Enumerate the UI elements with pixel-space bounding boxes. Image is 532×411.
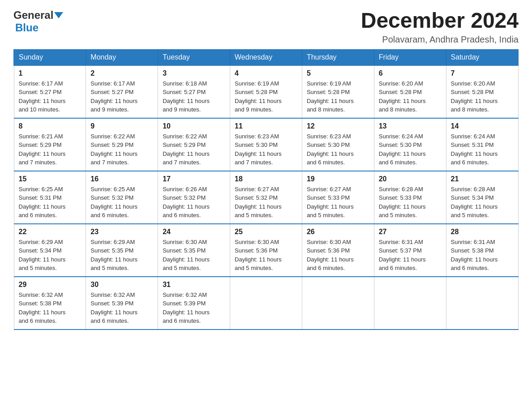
- calendar-day-cell: 10Sunrise: 6:22 AMSunset: 5:29 PMDayligh…: [158, 118, 230, 171]
- calendar-header-row: SundayMondayTuesdayWednesdayThursdayFrid…: [14, 49, 518, 65]
- day-info: Sunrise: 6:29 AMSunset: 5:34 PMDaylight:…: [19, 238, 82, 273]
- logo-general-text: General: [13, 9, 53, 21]
- day-number: 26: [307, 228, 369, 236]
- weekday-header-saturday: Saturday: [446, 49, 518, 65]
- calendar-week-row: 22Sunrise: 6:29 AMSunset: 5:34 PMDayligh…: [14, 224, 518, 277]
- calendar-day-cell: 18Sunrise: 6:27 AMSunset: 5:32 PMDayligh…: [230, 171, 302, 224]
- day-info: Sunrise: 6:25 AMSunset: 5:32 PMDaylight:…: [90, 185, 153, 220]
- day-number: 14: [451, 122, 514, 130]
- day-info: Sunrise: 6:29 AMSunset: 5:35 PMDaylight:…: [90, 238, 153, 273]
- day-info: Sunrise: 6:17 AMSunset: 5:27 PMDaylight:…: [19, 79, 82, 114]
- page-header: General Blue December 2024 Polavaram, An…: [13, 9, 519, 45]
- calendar-day-cell: 4Sunrise: 6:19 AMSunset: 5:28 PMDaylight…: [230, 65, 302, 118]
- day-number: 8: [19, 122, 82, 130]
- logo-blue-text: Blue: [15, 21, 39, 34]
- calendar-day-cell: 22Sunrise: 6:29 AMSunset: 5:34 PMDayligh…: [14, 224, 86, 277]
- calendar-day-cell: 13Sunrise: 6:24 AMSunset: 5:30 PMDayligh…: [374, 118, 446, 171]
- logo: General Blue: [13, 9, 64, 34]
- logo-triangle-icon: [54, 12, 63, 18]
- calendar-day-cell: 9Sunrise: 6:22 AMSunset: 5:29 PMDaylight…: [86, 118, 158, 171]
- calendar-day-cell: 28Sunrise: 6:31 AMSunset: 5:38 PMDayligh…: [446, 224, 518, 277]
- weekday-header-tuesday: Tuesday: [158, 49, 230, 65]
- calendar-day-cell: 14Sunrise: 6:24 AMSunset: 5:31 PMDayligh…: [446, 118, 518, 171]
- day-info: Sunrise: 6:22 AMSunset: 5:29 PMDaylight:…: [163, 132, 225, 167]
- weekday-header-thursday: Thursday: [302, 49, 374, 65]
- day-number: 23: [90, 228, 153, 236]
- calendar-day-cell: 19Sunrise: 6:27 AMSunset: 5:33 PMDayligh…: [302, 171, 374, 224]
- day-info: Sunrise: 6:22 AMSunset: 5:29 PMDaylight:…: [90, 132, 153, 167]
- day-number: 28: [451, 228, 514, 236]
- calendar-day-cell: 16Sunrise: 6:25 AMSunset: 5:32 PMDayligh…: [86, 171, 158, 224]
- day-number: 19: [307, 175, 369, 183]
- day-number: 13: [379, 122, 442, 130]
- calendar-day-cell: 8Sunrise: 6:21 AMSunset: 5:29 PMDaylight…: [14, 118, 86, 171]
- day-info: Sunrise: 6:28 AMSunset: 5:33 PMDaylight:…: [379, 185, 442, 220]
- calendar-day-cell: 25Sunrise: 6:30 AMSunset: 5:36 PMDayligh…: [230, 224, 302, 277]
- day-number: 20: [379, 175, 442, 183]
- day-info: Sunrise: 6:17 AMSunset: 5:27 PMDaylight:…: [90, 79, 153, 114]
- day-number: 1: [19, 69, 82, 77]
- day-info: Sunrise: 6:24 AMSunset: 5:31 PMDaylight:…: [451, 132, 514, 167]
- day-info: Sunrise: 6:25 AMSunset: 5:31 PMDaylight:…: [19, 185, 82, 220]
- day-info: Sunrise: 6:19 AMSunset: 5:28 PMDaylight:…: [235, 79, 297, 114]
- day-info: Sunrise: 6:19 AMSunset: 5:28 PMDaylight:…: [307, 79, 369, 114]
- day-number: 10: [163, 122, 225, 130]
- calendar-day-cell: 2Sunrise: 6:17 AMSunset: 5:27 PMDaylight…: [86, 65, 158, 118]
- day-number: 27: [379, 228, 442, 236]
- day-number: 16: [90, 175, 153, 183]
- day-number: 17: [163, 175, 225, 183]
- day-number: 18: [235, 175, 297, 183]
- day-number: 24: [163, 228, 225, 236]
- calendar-day-cell: 6Sunrise: 6:20 AMSunset: 5:28 PMDaylight…: [374, 65, 446, 118]
- day-info: Sunrise: 6:24 AMSunset: 5:30 PMDaylight:…: [379, 132, 442, 167]
- calendar-day-cell: 24Sunrise: 6:30 AMSunset: 5:35 PMDayligh…: [158, 224, 230, 277]
- weekday-header-wednesday: Wednesday: [230, 49, 302, 65]
- calendar-day-cell: 31Sunrise: 6:32 AMSunset: 5:39 PMDayligh…: [158, 277, 230, 330]
- calendar-day-cell: 15Sunrise: 6:25 AMSunset: 5:31 PMDayligh…: [14, 171, 86, 224]
- month-title: December 2024: [361, 9, 519, 33]
- day-info: Sunrise: 6:26 AMSunset: 5:32 PMDaylight:…: [163, 185, 225, 220]
- day-info: Sunrise: 6:20 AMSunset: 5:28 PMDaylight:…: [379, 79, 442, 114]
- day-info: Sunrise: 6:18 AMSunset: 5:27 PMDaylight:…: [163, 79, 225, 114]
- day-info: Sunrise: 6:30 AMSunset: 5:35 PMDaylight:…: [163, 238, 225, 273]
- day-info: Sunrise: 6:23 AMSunset: 5:30 PMDaylight:…: [235, 132, 297, 167]
- day-info: Sunrise: 6:20 AMSunset: 5:28 PMDaylight:…: [451, 79, 514, 114]
- day-info: Sunrise: 6:30 AMSunset: 5:36 PMDaylight:…: [307, 238, 369, 273]
- day-info: Sunrise: 6:32 AMSunset: 5:39 PMDaylight:…: [90, 291, 153, 325]
- day-info: Sunrise: 6:30 AMSunset: 5:36 PMDaylight:…: [235, 238, 297, 273]
- weekday-header-sunday: Sunday: [14, 49, 86, 65]
- day-info: Sunrise: 6:23 AMSunset: 5:30 PMDaylight:…: [307, 132, 369, 167]
- calendar-day-cell: 29Sunrise: 6:32 AMSunset: 5:38 PMDayligh…: [14, 277, 86, 330]
- calendar-day-cell: 7Sunrise: 6:20 AMSunset: 5:28 PMDaylight…: [446, 65, 518, 118]
- day-number: 30: [90, 281, 153, 289]
- day-number: 15: [19, 175, 82, 183]
- calendar-day-cell: 23Sunrise: 6:29 AMSunset: 5:35 PMDayligh…: [86, 224, 158, 277]
- calendar-day-cell: 12Sunrise: 6:23 AMSunset: 5:30 PMDayligh…: [302, 118, 374, 171]
- calendar-day-cell: 26Sunrise: 6:30 AMSunset: 5:36 PMDayligh…: [302, 224, 374, 277]
- day-number: 31: [163, 281, 225, 289]
- day-number: 21: [451, 175, 514, 183]
- calendar-day-cell: 20Sunrise: 6:28 AMSunset: 5:33 PMDayligh…: [374, 171, 446, 224]
- calendar-day-cell: [446, 277, 518, 330]
- calendar-week-row: 8Sunrise: 6:21 AMSunset: 5:29 PMDaylight…: [14, 118, 518, 171]
- calendar-week-row: 1Sunrise: 6:17 AMSunset: 5:27 PMDaylight…: [14, 65, 518, 118]
- day-info: Sunrise: 6:27 AMSunset: 5:33 PMDaylight:…: [307, 185, 369, 220]
- calendar-day-cell: 3Sunrise: 6:18 AMSunset: 5:27 PMDaylight…: [158, 65, 230, 118]
- calendar-day-cell: 5Sunrise: 6:19 AMSunset: 5:28 PMDaylight…: [302, 65, 374, 118]
- day-number: 4: [235, 69, 297, 77]
- day-number: 7: [451, 69, 514, 77]
- day-info: Sunrise: 6:21 AMSunset: 5:29 PMDaylight:…: [19, 132, 82, 167]
- day-number: 25: [235, 228, 297, 236]
- calendar-day-cell: 17Sunrise: 6:26 AMSunset: 5:32 PMDayligh…: [158, 171, 230, 224]
- logo-row2: Blue: [13, 21, 39, 34]
- weekday-header-monday: Monday: [86, 49, 158, 65]
- calendar-day-cell: [302, 277, 374, 330]
- day-info: Sunrise: 6:31 AMSunset: 5:38 PMDaylight:…: [451, 238, 514, 273]
- day-number: 9: [90, 122, 153, 130]
- day-info: Sunrise: 6:31 AMSunset: 5:37 PMDaylight:…: [379, 238, 442, 273]
- day-number: 22: [19, 228, 82, 236]
- day-info: Sunrise: 6:27 AMSunset: 5:32 PMDaylight:…: [235, 185, 297, 220]
- day-number: 6: [379, 69, 442, 77]
- calendar-week-row: 29Sunrise: 6:32 AMSunset: 5:38 PMDayligh…: [14, 277, 518, 330]
- day-number: 12: [307, 122, 369, 130]
